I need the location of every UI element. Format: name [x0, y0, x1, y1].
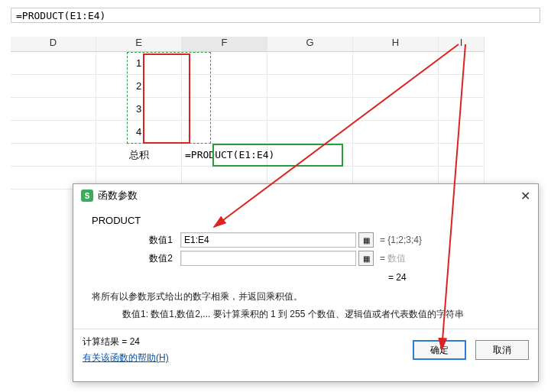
cell-i3[interactable] — [439, 98, 485, 121]
col-header-g[interactable]: G — [267, 37, 353, 52]
cell-d1[interactable] — [11, 52, 96, 75]
col-header-h[interactable]: H — [353, 37, 439, 52]
param2-result: = 数值 — [380, 252, 406, 265]
col-header-d[interactable]: D — [11, 37, 96, 52]
dialog-titlebar[interactable]: S 函数参数 ✕ — [73, 184, 538, 207]
help-link[interactable]: 有关该函数的帮助(H) — [83, 352, 169, 364]
col-header-e[interactable]: E — [96, 37, 182, 52]
param2-input[interactable] — [180, 251, 356, 266]
col-header-i[interactable]: I — [439, 37, 485, 52]
cell-g5[interactable] — [267, 144, 353, 167]
param1-input[interactable] — [180, 232, 356, 248]
cell-i4[interactable] — [439, 121, 485, 144]
cell-f3[interactable] — [182, 98, 267, 121]
cell-i2[interactable] — [439, 75, 485, 98]
cell-d4[interactable] — [11, 121, 96, 144]
cell-f2[interactable] — [182, 75, 267, 98]
calc-result: 计算结果 = 24 — [83, 335, 169, 348]
ok-button[interactable]: 确定 — [413, 340, 466, 360]
interim-result: = 24 — [89, 272, 523, 283]
cell-e4[interactable]: 4 — [96, 121, 182, 144]
app-logo-icon: S — [81, 190, 93, 202]
range-picker-icon[interactable]: ▦ — [358, 232, 374, 248]
cell-g4[interactable] — [267, 121, 353, 144]
cell-d5[interactable] — [11, 144, 96, 167]
cell-e1[interactable]: 1 — [96, 52, 182, 75]
cancel-button[interactable]: 取消 — [475, 340, 529, 360]
param-description: 数值1: 数值1,数值2,... 要计算乘积的 1 到 255 个数值、逻辑值或… — [122, 308, 520, 321]
cell-f4[interactable] — [182, 121, 267, 144]
cell-d2[interactable] — [11, 75, 96, 98]
function-description: 将所有以参数形式给出的数字相乘，并返回乘积值。 — [92, 290, 520, 303]
cell-e5[interactable]: 总积 — [96, 144, 182, 167]
cell-h5[interactable] — [353, 144, 439, 167]
cell-f5[interactable]: =PRODUCT(E1:E4) — [182, 144, 267, 167]
dialog-title: 函数参数 — [98, 189, 138, 202]
formula-bar[interactable]: =PRODUCT(E1:E4) — [11, 8, 540, 23]
range-picker-icon[interactable]: ▦ — [358, 251, 374, 266]
cell-h2[interactable] — [353, 75, 439, 98]
cell-g2[interactable] — [267, 75, 353, 98]
function-arguments-dialog: S 函数参数 ✕ PRODUCT 数值1 ▦ = {1;2;3;4} 数值2 ▦… — [73, 183, 539, 382]
cell-f1[interactable] — [182, 52, 267, 75]
cell-e2[interactable]: 2 — [96, 75, 182, 98]
cell-i1[interactable] — [439, 52, 485, 75]
cell-h3[interactable] — [353, 98, 439, 121]
cell-g3[interactable] — [267, 98, 353, 121]
cell-h1[interactable] — [353, 52, 439, 75]
cell-h4[interactable] — [353, 121, 439, 144]
cell-d3[interactable] — [11, 98, 96, 121]
param1-result: = {1;2;3;4} — [380, 235, 422, 245]
column-headers-row: D E F G H I — [11, 37, 551, 52]
close-icon[interactable]: ✕ — [520, 189, 530, 203]
cell-i5[interactable] — [439, 144, 485, 167]
cell-e3[interactable]: 3 — [96, 98, 182, 121]
cell-g1[interactable] — [267, 52, 353, 75]
param1-label: 数值1 — [89, 234, 180, 247]
spreadsheet-grid: D E F G H I 1 2 3 4 总积=PRODUCT(E1:E4) — [11, 37, 551, 190]
function-name: PRODUCT — [92, 215, 523, 226]
col-header-f[interactable]: F — [182, 37, 267, 52]
param2-label: 数值2 — [89, 252, 180, 265]
